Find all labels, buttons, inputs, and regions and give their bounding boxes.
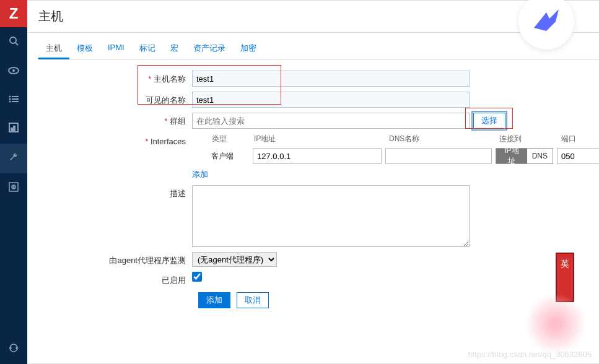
submit-button[interactable]: 添加: [198, 292, 230, 308]
svg-point-6: [9, 98, 11, 100]
col-conn: 连接到: [499, 134, 561, 144]
proxy-select[interactable]: (无agent代理程序): [192, 252, 277, 267]
page-title: 主机: [38, 8, 599, 25]
toggle-ip[interactable]: IP地址: [496, 149, 527, 163]
add-interface-link[interactable]: 添加: [192, 169, 208, 180]
tabs: 主机 模板 IPMI 标记 宏 资产记录 加密: [38, 39, 599, 59]
svg-rect-11: [11, 128, 12, 131]
select-groups-button[interactable]: 选择: [473, 113, 505, 129]
tab-tags[interactable]: 标记: [132, 39, 163, 59]
tab-encryption[interactable]: 加密: [233, 39, 264, 59]
chart-icon[interactable]: [0, 114, 27, 144]
svg-rect-5: [12, 96, 19, 97]
main-content: 主机 主机 模板 IPMI 标记 宏 资产记录 加密 * 主机名称: [27, 0, 599, 364]
enabled-label: 已启用: [38, 272, 192, 286]
interfaces-label: * Interfaces: [38, 134, 192, 146]
cancel-button[interactable]: 取消: [237, 292, 269, 308]
svg-rect-9: [12, 101, 19, 102]
svg-point-15: [13, 186, 14, 188]
tab-macros[interactable]: 宏: [163, 39, 186, 59]
proxy-label: 由agent代理程序监测: [38, 252, 192, 266]
groups-input[interactable]: [192, 113, 470, 129]
iface-dns-input[interactable]: [385, 148, 492, 164]
toggle-dns[interactable]: DNS: [527, 149, 553, 163]
svg-point-3: [12, 69, 15, 72]
tab-templates[interactable]: 模板: [69, 39, 100, 59]
visiblename-label: 可见的名称: [38, 92, 192, 106]
page-header: 主机: [27, 1, 599, 33]
svg-line-1: [15, 43, 18, 45]
tab-host[interactable]: 主机: [38, 39, 69, 59]
list-icon[interactable]: [0, 85, 27, 114]
search-icon[interactable]: [0, 27, 27, 57]
gear-icon[interactable]: [0, 173, 27, 203]
enabled-checkbox[interactable]: [192, 272, 202, 282]
sidebar: Z: [0, 0, 27, 364]
support-icon[interactable]: [0, 334, 27, 364]
col-type: 类型: [212, 134, 254, 144]
connect-to-toggle: IP地址 DNS: [496, 148, 553, 164]
svg-rect-7: [12, 98, 19, 100]
visiblename-input[interactable]: [192, 92, 470, 108]
iface-type: 客户端: [211, 151, 253, 162]
iface-ip-input[interactable]: [253, 148, 382, 164]
svg-rect-12: [14, 126, 15, 131]
host-form: * 主机名称 可见的名称 * 群组 选择: [38, 71, 599, 308]
logo[interactable]: Z: [0, 0, 27, 27]
description-label: 描述: [38, 185, 192, 199]
interface-headers: 类型 IP地址 DNS名称 连接到 端口 默认: [192, 134, 599, 144]
svg-point-0: [10, 37, 16, 43]
eye-icon[interactable]: [0, 57, 27, 85]
watermark: https://blog.csdn.net/qq_30632605: [468, 350, 592, 359]
description-textarea[interactable]: [192, 185, 470, 247]
col-dns: DNS名称: [389, 134, 499, 144]
hostname-label: * 主机名称: [38, 71, 192, 85]
iface-port-input[interactable]: [557, 148, 599, 164]
wrench-icon[interactable]: [0, 144, 27, 173]
tab-inventory[interactable]: 资产记录: [186, 39, 233, 59]
interface-row: 客户端 IP地址 DNS 移: [192, 148, 599, 164]
svg-point-8: [9, 101, 11, 103]
col-ip: IP地址: [254, 134, 389, 144]
tab-ipmi[interactable]: IPMI: [100, 39, 132, 59]
svg-point-4: [9, 96, 11, 98]
groups-label: * 群组: [38, 113, 192, 127]
hostname-input[interactable]: [192, 71, 470, 87]
col-port: 端口: [561, 134, 599, 144]
